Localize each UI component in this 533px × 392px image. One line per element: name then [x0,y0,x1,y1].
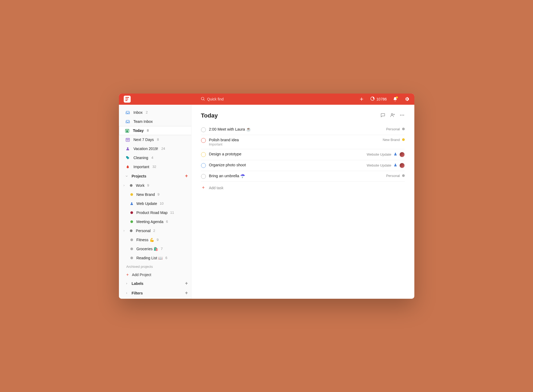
tag-icon [125,156,130,160]
project-meeting-agenda[interactable]: Meeting Agenda 6 [119,217,191,226]
sidebar-item-inbox[interactable]: Inbox 2 [119,108,191,117]
next-7-days-icon [125,137,130,142]
sidebar: Inbox 2 Team Inbox 21 Today 8 [119,105,191,299]
project-work[interactable]: Work 9 [119,181,191,190]
project-label: Meeting Agenda [137,220,163,224]
svg-point-0 [201,97,204,100]
svg-point-21 [395,153,396,154]
svg-point-19 [402,115,402,115]
task-checkbox[interactable] [201,174,206,179]
share-button[interactable] [390,112,395,119]
karma-icon [370,96,375,102]
task-title: Bring an umbrella ☂️ [209,174,383,178]
project-reading-list[interactable]: Reading List 📖 6 [119,253,191,262]
inbox-icon [125,110,130,115]
sidebar-item-cleaning[interactable]: Cleaning 4 [119,153,191,162]
filters-header[interactable]: Filters + [119,288,191,298]
sidebar-item-count: 2 [146,110,148,114]
comments-button[interactable] [380,112,386,119]
assignee-avatar[interactable] [399,163,405,168]
chevron-right-icon[interactable] [122,184,126,187]
add-task-label: Add task [209,186,223,190]
add-project-icon[interactable]: + [185,173,188,179]
project-personal[interactable]: Personal 2 [119,226,191,235]
archived-projects-link[interactable]: Archived projects [119,262,191,271]
today-icon: 21 [125,128,130,133]
task-checkbox[interactable] [201,152,206,157]
search-input[interactable]: Quick find [201,96,224,102]
task-body: Organize photo shoot [209,163,364,167]
sidebar-item-label: Today [133,128,144,133]
project-label: Product Road Map [137,211,168,215]
svg-point-15 [391,113,393,115]
task-row[interactable]: 2:00 Meet with Laura ☕Personal [201,124,405,135]
project-groceries[interactable]: Groceries 🛍️ 7 [119,244,191,253]
sidebar-item-vacation[interactable]: Vacation 2019! 24 [119,144,191,153]
project-color-dot [402,138,405,141]
svg-text:21: 21 [126,130,128,132]
sidebar-item-label: Inbox [134,110,143,115]
sidebar-item-important[interactable]: Important 32 [119,162,191,171]
notification-badge [396,96,398,98]
notifications-button[interactable] [393,97,398,102]
project-fitness[interactable]: Fitness 💪 9 [119,235,191,244]
sidebar-item-label: Team Inbox [134,119,153,124]
project-count: 9 [147,183,149,187]
quick-add-button[interactable] [359,96,364,102]
project-count: 11 [170,211,174,215]
project-label: Fitness 💪 [137,238,154,242]
add-label-icon[interactable]: + [185,281,188,286]
sidebar-item-count: 8 [157,138,159,142]
task-project-label: New Brand [383,138,400,142]
project-new-brand[interactable]: New Brand 9 [119,190,191,199]
project-web-update[interactable]: Web Update 10 [119,199,191,208]
task-checkbox[interactable] [201,127,206,132]
task-row[interactable]: Design a prototypeWebsite Update [201,149,405,160]
task-subtitle: Important [209,143,380,146]
assignee-avatar[interactable] [399,152,405,157]
task-row[interactable]: Bring an umbrella ☂️Personal [201,171,405,182]
sidebar-item-label: Vacation 2019! [134,147,158,151]
svg-point-18 [400,115,401,115]
task-meta: New Brand [383,138,404,142]
add-project-label: Add Project [132,273,151,277]
sidebar-item-team-inbox[interactable]: Team Inbox [119,117,191,126]
more-options-button[interactable] [399,112,405,119]
project-label: Groceries 🛍️ [137,247,158,251]
karma-score[interactable]: 10786 [370,96,387,102]
labels-header[interactable]: Labels + [119,279,191,288]
svg-point-10 [127,140,127,140]
task-checkbox[interactable] [201,163,206,168]
svg-point-14 [131,202,132,204]
project-color-dot [402,128,405,130]
task-meta: Personal [386,174,404,178]
sidebar-item-next-7-days[interactable]: Next 7 Days 8 [119,135,191,144]
chevron-down-icon [124,175,129,178]
project-label: Reading List 📖 [137,256,163,260]
project-label: Personal [136,229,151,233]
project-road-map[interactable]: Product Road Map 11 [119,208,191,217]
add-filter-icon[interactable]: + [185,290,188,296]
chevron-right-icon[interactable] [122,229,126,232]
user-icon [130,202,134,205]
settings-button[interactable] [404,96,410,102]
page-title: Today [201,112,218,119]
task-row[interactable]: Organize photo shootWebsite Update [201,160,405,171]
task-row[interactable]: Polish brand ideaImportantNew Brand [201,135,405,149]
projects-header[interactable]: Projects + [119,171,191,181]
add-project-button[interactable]: + Add Project [119,271,191,279]
task-checkbox[interactable] [201,138,206,143]
svg-point-12 [128,140,129,140]
task-meta: Website Update [367,163,404,168]
search-icon [201,96,205,102]
sidebar-item-count: 24 [161,147,165,151]
app-logo[interactable] [124,96,131,103]
section-label: Filters [132,291,143,295]
sidebar-item-today[interactable]: 21 Today 8 [119,126,191,135]
task-meta: Personal [386,127,404,131]
plus-icon: + [201,185,206,190]
add-task-button[interactable]: + Add task [201,182,405,194]
task-list: 2:00 Meet with Laura ☕PersonalPolish bra… [201,124,405,182]
karma-value: 10786 [376,97,387,101]
project-label: Web Update [137,201,157,206]
